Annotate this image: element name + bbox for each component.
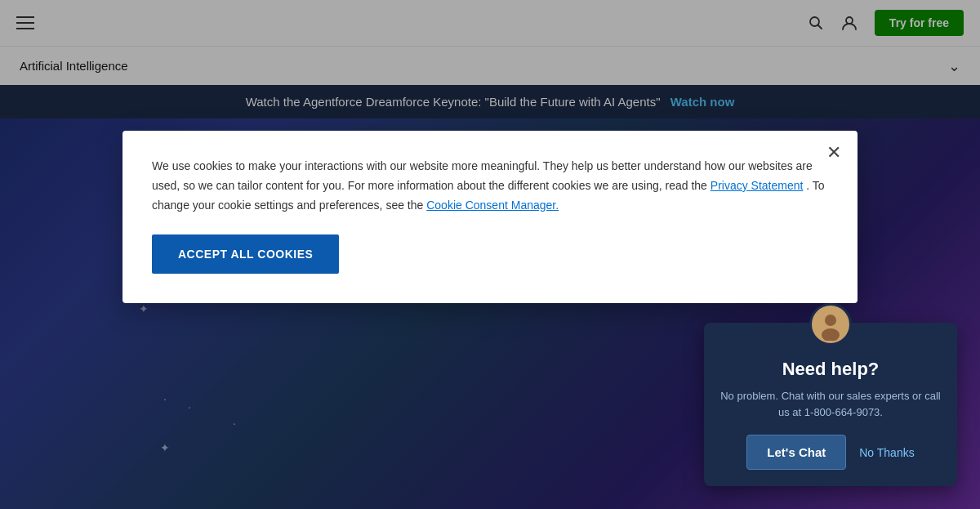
help-buttons: Let's Chat No Thanks: [720, 435, 941, 470]
help-widget: Need help? No problem. Chat with our sal…: [704, 323, 957, 486]
lets-chat-button[interactable]: Let's Chat: [746, 435, 846, 470]
help-title: Need help?: [720, 359, 941, 380]
svg-point-5: [825, 315, 836, 326]
cookie-consent-manager-link[interactable]: Cookie Consent Manager.: [426, 199, 559, 212]
cookie-text: We use cookies to make your interactions…: [152, 157, 828, 215]
avatar: [809, 303, 852, 346]
help-description: No problem. Chat with our sales experts …: [720, 388, 941, 420]
cookie-modal: ✕ We use cookies to make your interactio…: [122, 131, 858, 303]
cookie-modal-close-button[interactable]: ✕: [826, 144, 841, 162]
privacy-statement-link[interactable]: Privacy Statement: [710, 179, 804, 192]
accept-all-cookies-button[interactable]: ACCEPT ALL COOKIES: [152, 234, 339, 274]
no-thanks-button[interactable]: No Thanks: [859, 446, 914, 459]
